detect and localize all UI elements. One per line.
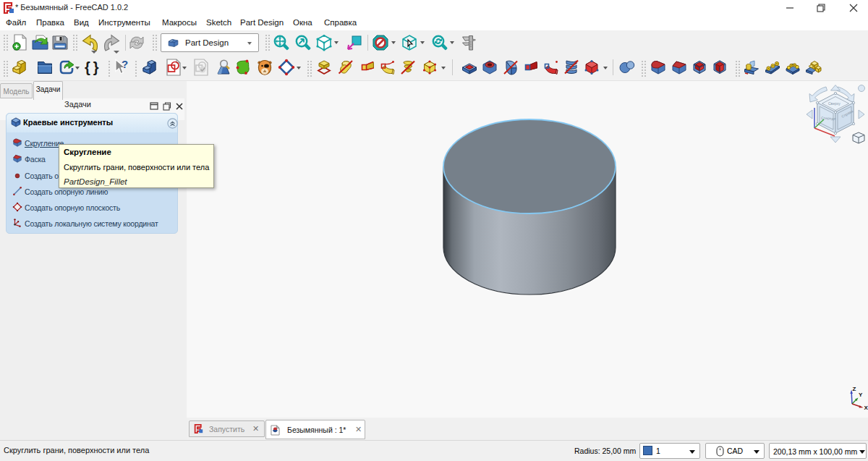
svg-text:Z: Z <box>853 386 856 392</box>
svg-text:?: ? <box>122 59 128 70</box>
svg-text:X: X <box>864 405 868 411</box>
svg-text:Y: Y <box>859 392 863 398</box>
svg-text:{ }: { } <box>85 59 99 75</box>
svg-text:Сверху: Сверху <box>828 101 841 106</box>
